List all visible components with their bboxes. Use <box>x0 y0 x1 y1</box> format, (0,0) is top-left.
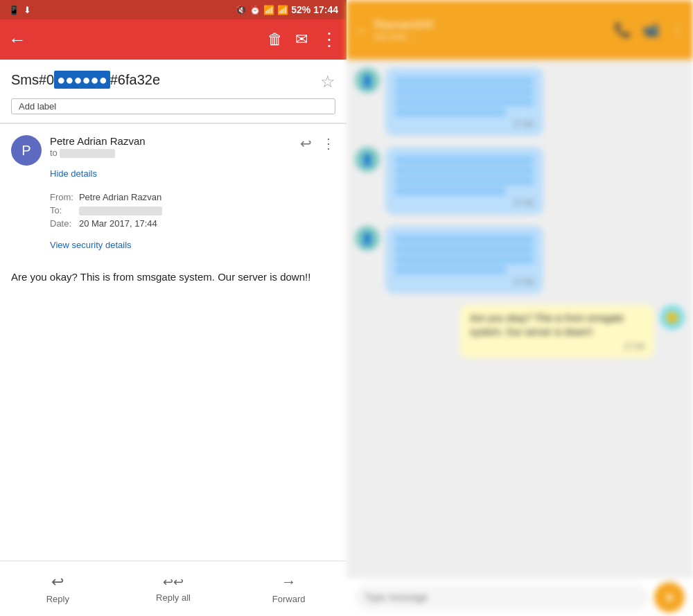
security-link[interactable]: View security details <box>0 236 346 258</box>
sms-message-4: Are you okay? This is from smsgate syste… <box>355 305 685 358</box>
to-field-redacted <box>79 206 162 215</box>
subject-title: Sms#0●●●●●●#6fa32e <box>11 71 315 89</box>
gmail-panel: 📱 ⬇ 🔇 ⏰ 📶 📶 52% 17:44 ← 🗑 ✉ ⋮ Sms#0●●●●●… <box>0 0 346 616</box>
details-table: From: Petre Adrian Razvan To: Date: 20 M… <box>50 191 168 230</box>
sms-message-2: 👤 17:43 <box>355 147 685 215</box>
bottom-actions: ↩ Reply ↩↩ Reply all → Forward <box>0 561 346 616</box>
subject-suffix: #6fa32e <box>110 72 160 87</box>
subject-row: Sms#0●●●●●●#6fa32e ☆ <box>11 71 335 91</box>
star-button[interactable]: ☆ <box>320 72 335 91</box>
sms-text-redact-3c <box>395 256 534 264</box>
back-button[interactable]: ← <box>8 29 26 51</box>
delete-button[interactable]: 🗑 <box>267 30 283 49</box>
sms-avatar-2: 👤 <box>355 147 380 172</box>
from-label: From: <box>50 191 79 204</box>
sms-toolbar-subtitle: last seen ... <box>374 32 434 42</box>
sms-messages: 👤 17:42 👤 17:43 👤 <box>346 60 693 577</box>
alarm-icon: ⏰ <box>249 5 261 15</box>
reply-all-label: Reply all <box>156 592 191 603</box>
email-body-area: P Petre Adrian Razvan to ↩ ⋮ Hide detail… <box>0 124 346 561</box>
from-row: From: Petre Adrian Razvan <box>50 191 168 204</box>
reply-header-button[interactable]: ↩ <box>300 135 312 152</box>
sender-info: Petre Adrian Razvan to <box>50 135 292 158</box>
to-label: to <box>50 148 58 158</box>
to-row: To: <box>50 204 168 217</box>
sms-toolbar-right: 📞 📹 ⋮ <box>614 21 685 38</box>
phone-icon: 📱 <box>8 5 19 15</box>
email-details: From: Petre Adrian Razvan To: Date: 20 M… <box>0 185 346 236</box>
sms-time-4: 17:44 <box>470 342 644 351</box>
mute-icon: 🔇 <box>236 5 247 15</box>
sms-text-redact-1a <box>395 77 534 85</box>
date-row: Date: 20 Mar 2017, 17:44 <box>50 217 168 230</box>
sms-call-button[interactable]: 📞 <box>614 21 631 38</box>
email-more-button[interactable]: ⋮ <box>322 135 335 152</box>
sms-input-bar: ➤ <box>346 577 693 616</box>
forward-button[interactable]: → Forward <box>231 573 346 604</box>
date-value: 20 Mar 2017, 17:44 <box>79 217 168 230</box>
reply-icon: ↩ <box>51 573 64 591</box>
gmail-toolbar: ← 🗑 ✉ ⋮ <box>0 19 346 60</box>
toolbar-left: ← <box>8 29 26 51</box>
sms-text-redact-1d <box>395 108 506 116</box>
toolbar-right: 🗑 ✉ ⋮ <box>267 29 338 51</box>
sms-text-redact-3b <box>395 245 534 254</box>
reply-button[interactable]: ↩ Reply <box>0 573 116 604</box>
sms-send-button[interactable]: ➤ <box>654 582 685 613</box>
to-field-label: To: <box>50 204 79 217</box>
sms-text-redact-2c <box>395 177 534 185</box>
sms-toolbar: ← Razvan### last seen ... 📞 📹 ⋮ <box>346 0 693 60</box>
status-bar: 📱 ⬇ 🔇 ⏰ 📶 📶 52% 17:44 <box>0 0 346 19</box>
email-header-actions: ↩ ⋮ <box>300 135 335 152</box>
sms-time-3: 17:43 <box>395 277 534 287</box>
sms-back-button[interactable]: ← <box>355 22 369 38</box>
email-message: Are you okay? This is from smsgate syste… <box>0 258 346 297</box>
subject-redacted: ●●●●●● <box>54 71 109 89</box>
status-bar-right: 🔇 ⏰ 📶 📶 52% 17:44 <box>236 4 338 15</box>
reply-all-button[interactable]: ↩↩ Reply all <box>116 574 231 603</box>
sms-toolbar-title: Razvan### <box>374 18 434 32</box>
email-header: P Petre Adrian Razvan to ↩ ⋮ <box>0 124 346 166</box>
status-bar-left: 📱 ⬇ <box>8 5 31 15</box>
email-subject-area: Sms#0●●●●●●#6fa32e ☆ Add label <box>0 60 346 123</box>
forward-label: Forward <box>272 594 306 604</box>
sms-time-2: 17:43 <box>395 198 534 208</box>
sms-more-button[interactable]: ⋮ <box>671 21 685 38</box>
wifi-icon: 📶 <box>263 5 274 15</box>
add-label-button[interactable]: Add label <box>11 98 335 114</box>
to-field-value <box>79 204 168 217</box>
sms-text-redact-2d <box>395 187 506 195</box>
sms-outgoing-text: Are you okay? This is from smsgate syste… <box>470 312 644 339</box>
sms-video-button[interactable]: 📹 <box>642 21 660 38</box>
signal-icon: 📶 <box>277 5 288 15</box>
to-redacted <box>60 149 115 158</box>
battery-text: 52% <box>291 4 310 15</box>
sms-avatar-3: 👤 <box>355 226 380 251</box>
sms-input[interactable] <box>355 585 649 610</box>
sms-text-redact-2b <box>395 166 534 175</box>
hide-details-link[interactable]: Hide details <box>50 168 97 179</box>
mark-button[interactable]: ✉ <box>295 30 308 49</box>
from-value: Petre Adrian Razvan <box>79 191 168 204</box>
avatar: P <box>11 135 42 166</box>
sms-text-redact-1b <box>395 87 534 96</box>
sms-time-1: 17:42 <box>395 119 534 129</box>
sender-name: Petre Adrian Razvan <box>50 135 292 147</box>
sms-message-3: 👤 17:43 <box>355 226 685 294</box>
download-icon: ⬇ <box>24 5 31 15</box>
subject-prefix: Sms#0 <box>11 72 54 87</box>
forward-icon: → <box>281 573 297 591</box>
reply-all-icon: ↩↩ <box>163 574 184 590</box>
sms-message-1: 👤 17:42 <box>355 68 685 136</box>
sms-avatar-4: 🙂 <box>660 305 685 330</box>
date-label: Date: <box>50 217 79 230</box>
sms-text-redact-3a <box>395 235 534 243</box>
sms-text-redact-1c <box>395 98 534 106</box>
sms-text-redact-2a <box>395 156 534 164</box>
more-button[interactable]: ⋮ <box>320 29 338 51</box>
sms-bubble-3: 17:43 <box>385 226 543 294</box>
sms-avatar-1: 👤 <box>355 68 380 93</box>
sms-text-redact-3d <box>395 266 506 274</box>
hide-details: Hide details <box>0 166 346 185</box>
sms-toolbar-left: ← Razvan### last seen ... <box>355 18 434 42</box>
